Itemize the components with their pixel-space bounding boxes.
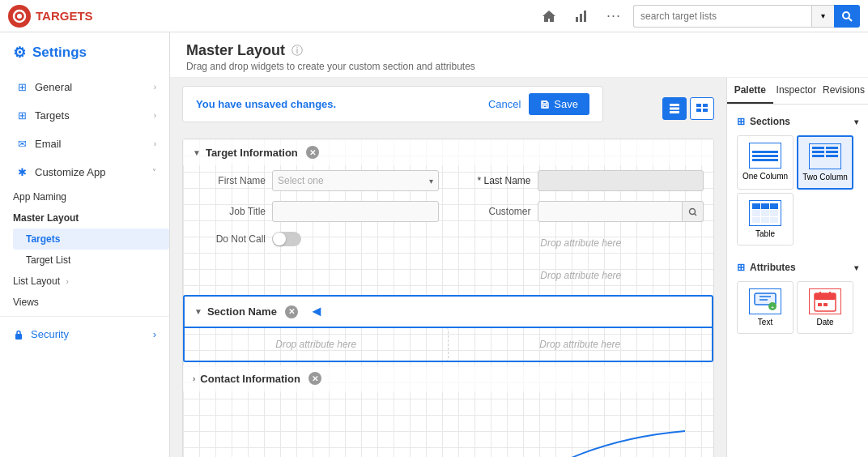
firstname-select[interactable]: Select one ▾ [272,170,439,191]
gear-icon: ⚙ [13,44,26,62]
sub-item-list-layout[interactable]: List Layout › [13,271,169,292]
sidebar-label-customize: Customize App [35,166,105,178]
svg-rect-10 [542,101,547,104]
sections-chevron-icon[interactable]: ▾ [854,117,858,126]
more-button[interactable]: ··· [601,3,627,29]
palette-item-one-column[interactable]: One Column [737,135,794,190]
section-section-name: ▼ Section Name ✕ ◄ Drop attribute here D… [183,295,713,362]
editor-wrapper: You have unsaved changes. Cancel Save [170,78,868,457]
chart-button[interactable] [568,3,594,29]
search-input[interactable] [633,5,811,28]
chevron-right-icon-2: › [154,111,156,120]
right-panel-body: ⊞ Sections ▾ [727,105,868,457]
tab-revisions-label: Revisions [823,84,865,96]
sub-item-master-layout[interactable]: Master Layout [13,207,169,228]
sidebar-label-general: General [35,81,72,93]
tab-inspector-label: Inspector [777,84,816,96]
two-col-icon [696,103,708,114]
sidebar-header: ⚙ Settings [0,32,169,73]
views-label: Views [13,297,39,308]
chevron-down-icon: ˅ [152,168,156,177]
chevron-right-icon-security: › [153,328,156,340]
field-row-firstname: First Name Select one ▾ [183,165,449,196]
logo-icon [8,5,31,28]
contact-chevron-icon[interactable]: › [193,374,195,383]
customer-search-button[interactable] [683,201,704,222]
home-button[interactable] [536,3,562,29]
app-naming-label: App Naming [13,191,66,203]
jobtitle-label: Job Title [193,206,266,217]
jobtitle-input[interactable] [272,201,439,222]
section-name-close-button[interactable]: ✕ [285,305,298,318]
sub-item-app-naming[interactable]: App Naming [13,186,169,207]
divider [0,316,169,317]
search-dropdown-button[interactable]: ▾ [811,5,834,28]
sidebar-item-customize[interactable]: ✱ Customize App ˅ [0,158,169,186]
svg-rect-4 [580,14,582,22]
lastname-input[interactable] [538,170,704,191]
palette-item-text[interactable]: + Text [737,281,794,334]
svg-rect-3 [576,17,578,22]
svg-rect-11 [670,104,679,106]
single-col-view-button[interactable] [662,97,687,120]
sidebar-item-security[interactable]: Security › [0,320,169,348]
sidebar-label-email: Email [35,138,62,150]
search-submit-button[interactable] [834,5,860,28]
sidebar-item-targets[interactable]: ⊞ Targets › [0,101,169,130]
table-icon [749,200,781,226]
section-chevron-icon[interactable]: ▼ [193,148,201,157]
sidebar-title: Settings [32,45,87,61]
one-column-icon [749,143,781,169]
tab-revisions[interactable]: Revisions [819,78,868,104]
right-panel: Palette Inspector Revisions ⊞ Sections [726,78,868,457]
field-row-donotcall: Do Not Call [183,227,449,251]
tab-palette-label: Palette [734,84,766,96]
svg-rect-16 [696,109,701,112]
contact-close-button[interactable]: ✕ [308,372,321,385]
palette-item-table[interactable]: Table [737,193,794,246]
chevron-right-icon-3: › [154,139,156,148]
section-close-button[interactable]: ✕ [306,146,319,159]
info-icon[interactable]: ⓘ [291,44,303,58]
page-subtitle: Drag and drop widgets to create your cus… [186,61,852,72]
top-nav: TARGETS ··· ▾ [0,0,868,32]
save-label: Save [554,98,578,110]
sidebar-item-general[interactable]: ⊞ General › [0,73,169,101]
tab-inspector[interactable]: Inspector [773,78,819,104]
sub-item-views[interactable]: Views [13,292,169,313]
sections-group-icon: ⊞ [737,116,745,127]
svg-rect-14 [696,104,701,107]
svg-line-19 [695,213,697,216]
tab-palette[interactable]: Palette [727,78,773,104]
svg-rect-13 [670,111,679,113]
save-button[interactable]: Save [529,93,589,115]
sub-item-target-list[interactable]: Target List [13,250,169,271]
section-contact-info: › Contact Information ✕ [183,365,713,391]
sub-item-targets[interactable]: Targets [13,228,169,250]
customer-input[interactable] [538,201,683,222]
chevron-right-icon: › [154,83,156,92]
attributes-group-icon: ⊞ [737,262,745,273]
drop-zone-4: Drop attribute here [449,328,713,361]
cancel-link[interactable]: Cancel [488,98,521,110]
date-label: Date [816,318,833,327]
sidebar-item-email[interactable]: ✉ Email › [0,130,169,158]
palette-item-date[interactable]: Date [797,281,853,334]
unsaved-banner: You have unsaved changes. Cancel Save [182,86,603,122]
two-column-label: Two Column [802,173,848,182]
firstname-select-value: Select one [278,175,324,186]
two-col-view-button[interactable] [690,97,714,120]
donotcall-toggle[interactable] [272,232,301,246]
section-left-col: First Name Select one ▾ Job Title [183,165,449,292]
page-title-row: Master Layout ⓘ [186,42,852,59]
section-name-body: Drop attribute here Drop attribute here [183,328,713,362]
attributes-chevron-icon[interactable]: ▾ [854,263,858,272]
master-layout-label: Master Layout [13,212,79,224]
palette-group-sections: ⊞ Sections ▾ [734,111,862,249]
view-toggle [662,97,714,120]
section-name-target-info: Target Information [206,147,298,159]
section-name-chevron-icon[interactable]: ▼ [194,307,202,316]
editor-main: You have unsaved changes. Cancel Save [170,78,726,457]
palette-item-two-column[interactable]: Two Column [797,135,853,190]
table-label: Table [755,229,775,238]
